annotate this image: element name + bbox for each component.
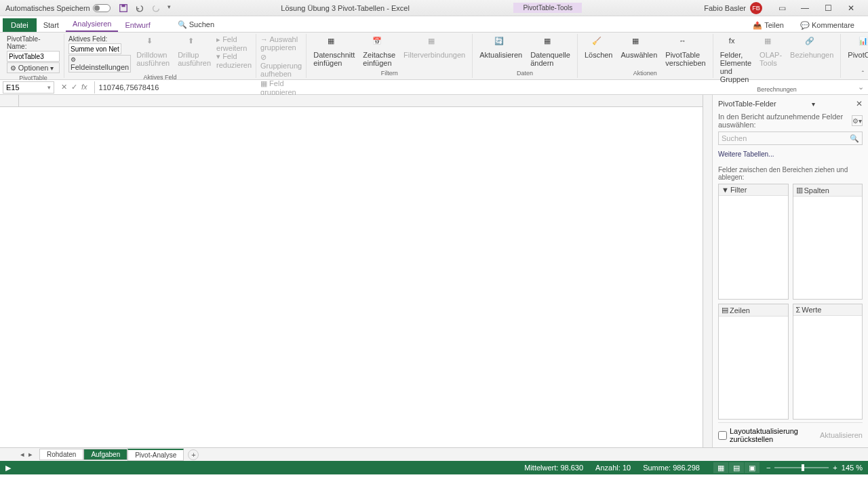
zoom-in-icon[interactable]: +	[833, 464, 837, 472]
sheet-prev-icon[interactable]: ◂	[20, 450, 24, 459]
close-icon[interactable]: ✕	[840, 1, 863, 15]
clear-button[interactable]: 🧹Löschen	[582, 35, 616, 60]
status-bar: ▶ Mittelwert: 98.630 Anzahl: 10 Summe: 9…	[0, 461, 868, 474]
more-tables-link[interactable]: Weitere Tabellen...	[718, 148, 863, 161]
relations-button: 🔗Beziehungen	[787, 35, 836, 60]
pivot-tools-context: PivotTable-Tools	[513, 3, 582, 13]
active-field-label: Aktives Feld:	[68, 35, 131, 43]
refresh-button[interactable]: 🔄Aktualisieren	[477, 35, 525, 60]
status-count: Anzahl: 10	[595, 464, 631, 472]
file-tab[interactable]: Datei	[3, 18, 37, 32]
pivot-field-pane: PivotTable-Felder ▾ ✕ In den Bericht auf…	[712, 95, 868, 447]
select-all-corner[interactable]	[0, 95, 19, 106]
name-box[interactable]: E15▾	[3, 81, 54, 94]
zoom-level[interactable]: 145 %	[842, 464, 863, 472]
zoom-slider[interactable]	[774, 467, 829, 468]
title-bar: Automatisches Speichern ▾ Lösung Übung 3…	[0, 0, 868, 16]
fx-icon[interactable]: fx	[81, 83, 87, 92]
add-sheet-button[interactable]: +	[188, 449, 199, 460]
group-filter: Filtern	[311, 68, 468, 77]
group-field: ▦ Feld gruppieren	[260, 79, 302, 96]
spreadsheet-grid[interactable]	[0, 95, 703, 447]
sheet-tab-rohdaten[interactable]: Rohdaten	[39, 449, 83, 460]
timeline-button[interactable]: 📅Zeitachse einfügen	[360, 35, 398, 68]
sheet-tab-pivot-analyse[interactable]: Pivot-Analyse	[127, 449, 184, 461]
filter-conn-button: ▦Filterverbindungen	[401, 35, 468, 60]
field-settings-button[interactable]: ⚙ Feldeinstellungen	[68, 55, 131, 73]
drilldown-button: ⬇Drilldown ausführen	[134, 35, 172, 68]
drag-areas-label: Felder zwischen den Bereichen ziehen und…	[718, 166, 863, 181]
status-average: Mittelwert: 98.630	[524, 464, 583, 472]
record-macro-icon[interactable]: ▶	[5, 464, 11, 472]
tab-start[interactable]: Start	[37, 18, 66, 32]
ungroup: ⊘ Gruppierung aufheben	[260, 53, 302, 78]
gear-icon[interactable]: ⚙▾	[852, 115, 863, 126]
values-icon: Σ	[796, 306, 801, 314]
sheet-tab-aufgaben[interactable]: Aufgaben	[83, 449, 127, 460]
sheet-next-icon[interactable]: ▸	[28, 450, 33, 459]
user-avatar[interactable]: FB	[750, 2, 762, 14]
field-pane-title: PivotTable-Felder	[718, 100, 776, 108]
undo-icon[interactable]	[135, 3, 144, 13]
view-normal-icon[interactable]: ▦	[713, 462, 728, 473]
share-button[interactable]: 📤 Teilen	[747, 19, 789, 32]
pt-name-input[interactable]	[7, 51, 60, 62]
filter-icon: ▼	[722, 186, 729, 194]
close-pane-icon[interactable]: ✕	[856, 99, 863, 108]
values-area[interactable]: Σ Werte	[793, 304, 863, 420]
toggle-switch[interactable]	[93, 4, 111, 12]
view-break-icon[interactable]: ▣	[745, 462, 760, 473]
search-tab[interactable]: 🔍 Suchen	[171, 18, 221, 32]
autosave-label: Automatisches Speichern	[5, 4, 90, 12]
active-field-input[interactable]	[68, 43, 121, 54]
collapse-field: ▾ Feld reduzieren	[216, 52, 252, 69]
pt-name-label: PivotTable-Name:	[7, 35, 60, 50]
group-active-field: Aktives Feld	[68, 73, 252, 81]
select-button[interactable]: ▦Auswählen	[618, 35, 660, 60]
rows-icon: ▤	[722, 306, 728, 314]
change-source-button[interactable]: ▦Datenquelle ändern	[528, 35, 573, 68]
rows-area[interactable]: ▤ Zeilen	[718, 304, 789, 420]
vertical-scrollbar[interactable]	[703, 95, 712, 447]
document-title: Lösung Übung 3 Pivot-Tabellen - Excel	[281, 4, 410, 12]
confirm-formula-icon[interactable]: ✓	[71, 83, 77, 92]
horizontal-scrollbar[interactable]	[205, 451, 861, 458]
slicer-button[interactable]: ▦Datenschnitt einfügen	[311, 35, 357, 68]
columns-icon: ▥	[796, 186, 803, 195]
tab-analysieren[interactable]: Analysieren	[66, 17, 118, 32]
ribbon-tabs: Datei Start Analysieren Entwurf 🔍 Suchen…	[0, 16, 868, 33]
maximize-icon[interactable]: ☐	[816, 1, 840, 15]
expand-field: ▸ Feld erweitern	[216, 35, 252, 52]
defer-layout-label: Layoutaktualisierung zurückstellen	[730, 427, 820, 443]
pivotchart-button[interactable]: 📊PivotChart	[845, 35, 868, 60]
qat-dropdown-icon[interactable]: ▾	[167, 3, 177, 13]
group-actions: Aktionen	[582, 68, 709, 77]
fields-items-button[interactable]: fxFelder, Elemente und Gruppen	[717, 35, 754, 85]
field-pane-subtitle: In den Bericht aufzunehmende Felder ausw…	[718, 113, 852, 129]
tab-entwurf[interactable]: Entwurf	[118, 18, 157, 32]
ribbon-display-icon[interactable]: ▭	[770, 1, 793, 15]
comments-button[interactable]: 💬 Kommentare	[795, 19, 860, 32]
columns-area[interactable]: ▥ Spalten	[793, 184, 863, 300]
expand-formula-icon[interactable]: ⌄	[854, 83, 868, 92]
drillup-button: ⬆Drillup ausführen	[175, 35, 214, 68]
field-search-input[interactable]: Suchen 🔍	[718, 131, 863, 145]
save-icon[interactable]	[119, 3, 128, 13]
svg-rect-1	[121, 4, 125, 7]
move-button[interactable]: ↔PivotTable verschieben	[663, 35, 708, 68]
autosave-toggle[interactable]: Automatisches Speichern	[5, 4, 111, 12]
filter-area[interactable]: ▼ Filter	[718, 184, 789, 300]
view-layout-icon[interactable]: ▤	[729, 462, 744, 473]
cancel-formula-icon[interactable]: ✕	[61, 83, 67, 92]
redo-icon[interactable]	[151, 3, 161, 13]
field-pane-menu-icon[interactable]: ▾	[812, 100, 815, 108]
olap-button: ▦OLAP-Tools	[757, 35, 785, 68]
options-button[interactable]: ⚙ Optionen ▾	[7, 62, 60, 73]
defer-layout-checkbox[interactable]	[718, 431, 727, 440]
user-name[interactable]: Fabio Basler	[704, 4, 746, 12]
collapse-ribbon-icon[interactable]: ˆ	[862, 70, 864, 78]
zoom-out-icon[interactable]: −	[766, 464, 770, 472]
ribbon: PivotTable-Name: ⚙ Optionen ▾ PivotTable…	[0, 33, 868, 80]
sheet-tabs: ◂ ▸ Rohdaten Aufgaben Pivot-Analyse +	[0, 447, 868, 461]
minimize-icon[interactable]: —	[793, 1, 816, 15]
